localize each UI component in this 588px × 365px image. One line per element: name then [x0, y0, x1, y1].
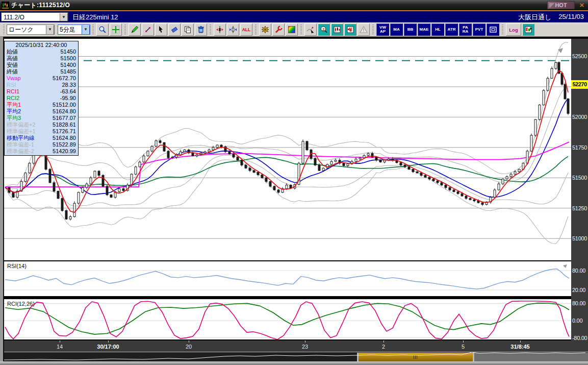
time-axis-label: 23 [302, 344, 308, 350]
price-settlement-button[interactable]: ¥ [344, 23, 356, 36]
rsi-pane[interactable]: RSI(14) [4, 261, 571, 296]
settings-gear-button[interactable] [259, 23, 271, 36]
indicator-button-pvt[interactable]: PVT [473, 23, 485, 36]
info-row: 始値51450 [5, 48, 78, 55]
info-row: 平均251624.80 [5, 108, 78, 115]
svg-text:¥: ¥ [349, 27, 352, 33]
time-axis-strip: 1430/17:0020232531/8:45 [4, 340, 588, 352]
cursor-arrow-icon [157, 26, 165, 34]
minimap-track[interactable] [4, 352, 588, 361]
toolbar-grip[interactable] [92, 25, 94, 35]
time-axis-label: 2 [382, 344, 385, 350]
info-value: 51624.80 [53, 135, 76, 141]
price-axis-label: 51500 [572, 175, 587, 181]
info-row: 標準偏差-251420.99 [5, 148, 78, 155]
rainbow-icon [288, 26, 296, 34]
info-row: 高値51500 [5, 55, 78, 62]
select-cursor-button[interactable] [155, 23, 167, 36]
toolbar-grip[interactable] [3, 25, 5, 35]
crosshair-button[interactable] [110, 23, 122, 36]
bar-detail-button[interactable] [331, 23, 343, 36]
toolbar-grip[interactable] [255, 25, 257, 35]
dropdown-arrow-icon[interactable]: ▼ [46, 25, 54, 34]
time-tick-mark [384, 340, 384, 343]
instrument-name: 日経225mini 12 [72, 13, 118, 22]
expand-bars-button[interactable] [214, 23, 226, 36]
rsi-axis-label: 80.00 [572, 267, 585, 274]
toolbar-grip[interactable] [502, 25, 503, 35]
dropdown-arrow-icon[interactable]: ▼ [82, 25, 90, 34]
layout-button[interactable] [522, 23, 534, 36]
show-all-bars-button[interactable]: ALL [240, 23, 252, 36]
magnifier-2-icon: 2 [320, 26, 328, 34]
info-row: 安値51400 [5, 62, 78, 68]
toolbar-grip[interactable] [300, 25, 302, 35]
info-value: -63.64 [60, 88, 76, 95]
toolbar-grip[interactable] [210, 25, 211, 35]
price-axis-label: 52000 [572, 114, 587, 120]
time-axis-label: 31/8:45 [510, 344, 529, 350]
timeframe-combobox[interactable]: 5分足 ▼ [58, 25, 90, 35]
indicator-button-hl[interactable]: HL [431, 23, 444, 36]
frame-indicator-button[interactable] [487, 23, 499, 36]
info-row: RCI1-63.64 [5, 88, 78, 95]
time-tick-mark [60, 340, 60, 343]
trendline-button[interactable] [142, 23, 154, 36]
info-label: RSI [7, 82, 16, 88]
info-label: 終値 [7, 68, 18, 75]
title-bar[interactable]: チャート:1112512/O HOT × [0, 0, 588, 10]
price-pane[interactable]: 2025/10/31 22:40:00 始値51450高値51500安値5140… [4, 39, 571, 260]
copy-pages-icon [184, 26, 192, 34]
wrench-icon [274, 26, 283, 34]
pencil-icon [131, 26, 139, 34]
alert-button[interactable] [357, 23, 370, 36]
rci-axis-label: -80.00 [572, 335, 587, 341]
rci-pane[interactable]: RCI(12,26) [4, 299, 571, 339]
session-type: 大阪日通し [518, 13, 551, 22]
toolbar-grip[interactable] [124, 25, 126, 35]
window-left-frame [0, 37, 4, 361]
shrink-bars-button[interactable] [227, 23, 239, 36]
price-axis-panel[interactable]: 52270 52500520005175051500512505100080.0… [571, 39, 588, 340]
toolbar-grip[interactable] [372, 25, 374, 35]
time-tick-mark [520, 340, 521, 343]
tools-wrench-button[interactable] [272, 23, 285, 36]
indicator-button-para[interactable]: PA RA [459, 23, 472, 36]
indicator-button-vwap[interactable]: VW AP [376, 23, 389, 36]
hot-button[interactable]: HOT [547, 1, 575, 9]
price-axis-label: 51250 [572, 205, 587, 211]
delete-button[interactable] [195, 23, 207, 36]
info-label: RCI2 [7, 95, 19, 102]
info-label: 標準偏差+2 [7, 121, 36, 128]
draw-pencil-button[interactable] [129, 23, 141, 36]
info-row: 標準偏差-151522.89 [5, 141, 78, 148]
zoom-button[interactable] [96, 23, 109, 36]
trendline-arrows-icon [144, 26, 152, 34]
info-label: 標準偏差+1 [7, 128, 36, 135]
close-icon[interactable]: × [577, 1, 586, 9]
info-row: 移動平均線51624.80 [5, 135, 78, 141]
info-value: 51512.00 [53, 102, 76, 108]
info-timestamp: 2025/10/31 22:40:00 [5, 42, 78, 48]
info-row: Vwap51672.70 [5, 75, 78, 82]
chart-type-combobox[interactable]: ローソク ▼ [7, 25, 55, 35]
zoom-period-button[interactable]: 2 [318, 23, 330, 36]
copy-button[interactable] [182, 23, 194, 36]
chart-pointer-button[interactable] [304, 23, 317, 36]
info-row: 平均151512.00 [5, 102, 78, 108]
window-bottom-bar[interactable] [0, 361, 588, 365]
trash-icon [197, 26, 205, 34]
indicator-button-bb[interactable]: BB [404, 23, 417, 36]
dropdown-arrow-icon[interactable]: ▼ [60, 13, 68, 21]
symbol-combobox[interactable]: 111.2/O ▼ [1, 12, 68, 21]
window-title: チャート:1112512/O [11, 1, 70, 10]
rsi-chart [4, 261, 571, 296]
log-scale-button[interactable]: Log [506, 23, 521, 36]
indicator-button-atr[interactable]: ATR [445, 23, 458, 36]
color-palette-button[interactable] [286, 23, 298, 36]
indicator-button-ma[interactable]: MA [390, 23, 403, 36]
indicator-button-mae[interactable]: MAE [418, 23, 430, 36]
info-label: 移動平均線 [7, 135, 35, 141]
eraser-button[interactable] [168, 23, 181, 36]
info-value: 51677.07 [53, 115, 76, 121]
